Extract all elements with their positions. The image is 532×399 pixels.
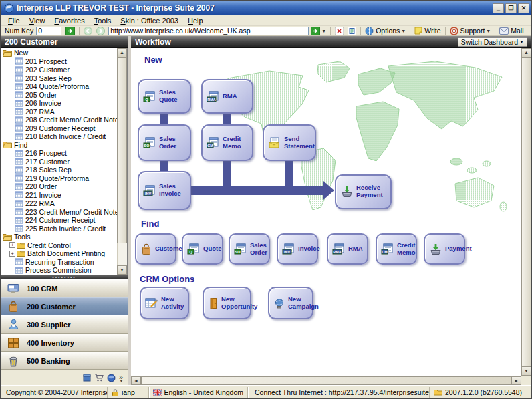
workflow-box-find-quote[interactable]: Q Quote <box>182 233 223 265</box>
tree-item-find[interactable]: Find <box>3 141 116 150</box>
send-statement-icon <box>268 137 281 148</box>
folder-open-icon <box>3 141 12 148</box>
support-button[interactable]: Support ▼ <box>448 27 493 35</box>
tree-item-label: 210 Batch Invoice / Credit <box>25 132 106 140</box>
expand-plus-icon[interactable]: + <box>9 242 15 248</box>
menu-item-help[interactable]: Help <box>183 16 208 25</box>
workflow-box-find-sales-order[interactable]: SO Sales Order <box>229 233 270 265</box>
menu-item-view[interactable]: View <box>25 16 50 25</box>
sidebar-splitter[interactable]: •••••••• <box>1 275 128 279</box>
workflow-box-find-invoice[interactable]: INV Invoice <box>277 233 318 265</box>
tree-item-202-customer[interactable]: 202 Customer <box>3 65 116 74</box>
tree-item-tools[interactable]: Tools <box>3 233 116 241</box>
tree-scrollbar[interactable]: ▲ ▼ <box>117 48 127 275</box>
workflow-box-rma[interactable]: RMA RMA <box>201 79 253 114</box>
tree-item-batch-document-printing[interactable]: + Batch Document Printing <box>3 249 116 258</box>
tree-item-222-rma[interactable]: 222 RMA <box>3 199 116 208</box>
tree-item-225-batch-invoice-credit[interactable]: 225 Batch Invoice / Credit <box>3 225 116 233</box>
tree-item-209-customer-receipt[interactable]: 209 Customer Receipt <box>3 124 116 133</box>
cart-icon[interactable] <box>94 374 104 382</box>
vscroll-down-icon[interactable]: ▼ <box>521 366 531 376</box>
url-go-button[interactable]: ▼ <box>309 27 328 35</box>
tree-item-207-rma[interactable]: 207 RMA <box>3 108 116 116</box>
sidebar-nav-banking[interactable]: 500 Banking <box>1 352 128 370</box>
tree-item-216-prospect[interactable]: 216 Prospect <box>3 149 116 158</box>
sidebar-nav-supplier[interactable]: 300 Supplier <box>1 315 128 334</box>
tree-item-217-customer[interactable]: 217 Customer <box>3 158 116 166</box>
workflow-box-find-rma[interactable]: RMA RMA <box>327 233 368 265</box>
workflow-box-find-customer[interactable]: Customer <box>135 233 176 265</box>
hscroll-thumb[interactable] <box>141 376 511 385</box>
tree-scroll-thumb[interactable] <box>117 57 127 243</box>
menu-item-favorites[interactable]: Favorites <box>49 16 89 25</box>
num-key-input[interactable] <box>36 27 61 35</box>
hscroll-left-icon[interactable]: ◄ <box>131 376 141 385</box>
tree-item-208-credit-memo-credit-note[interactable]: 208 Credit Memo/ Credit Note <box>3 116 116 124</box>
tree-item-204-quote-proforma[interactable]: 204 Quote/Proforma <box>3 82 116 91</box>
tree-item-221-invoice[interactable]: 221 Invoice <box>3 191 116 200</box>
tree-item-210-batch-invoice-credit[interactable]: 210 Batch Invoice / Credit <box>3 132 116 141</box>
menu-item-tools[interactable]: Tools <box>90 16 116 25</box>
menu-item-skin-office-2003[interactable]: Skin : Office 2003 <box>116 16 183 25</box>
tree-item-224-customer-receipt[interactable]: 224 Customer Receipt <box>3 216 116 225</box>
write-button[interactable]: Write <box>412 27 442 35</box>
mail-button[interactable]: Mail <box>497 27 525 35</box>
workflow-box-receive-payment[interactable]: Receive Payment <box>335 174 392 209</box>
workflow-box-send-statement[interactable]: Send Statement <box>263 124 316 161</box>
tree-scroll-down-icon[interactable]: ▼ <box>117 265 127 275</box>
tree-item-203-sales-rep[interactable]: 203 Sales Rep <box>3 74 116 83</box>
package-icon[interactable] <box>83 374 91 382</box>
tree-item-206-invoice[interactable]: 206 Invoice <box>3 99 116 108</box>
workflow-box-new-campaign[interactable]: New Campaign <box>268 287 313 319</box>
strip-overflow-chevron-icon[interactable]: »▼ <box>119 374 124 382</box>
tree-item-219-quote-proforma[interactable]: 219 Quote/Proforma <box>3 174 116 183</box>
tree-item-process-commission[interactable]: Process Commission <box>3 266 116 275</box>
back-button[interactable] <box>82 27 94 35</box>
workflow-box-credit-memo[interactable]: CM Credit Memo <box>201 124 253 161</box>
vscroll-thumb[interactable] <box>521 57 531 366</box>
customer-tree: New 201 Prospect 202 Customer 203 Sales … <box>1 48 128 275</box>
url-input[interactable] <box>108 27 309 35</box>
tree-item-220-order[interactable]: 220 Order <box>3 182 116 191</box>
tree-item-201-prospect[interactable]: 201 Prospect <box>3 57 116 66</box>
tree-item-recurring-transaction[interactable]: Recurring Transaction <box>3 258 116 267</box>
workflow-box-find-payment[interactable]: Payment <box>424 233 465 265</box>
num-key-go-button[interactable] <box>63 27 77 35</box>
switch-dashboard-button[interactable]: Switch Dashboard ▼ <box>458 37 527 47</box>
hscroll-right-icon[interactable]: ► <box>511 376 521 385</box>
tree-item-credit-control[interactable]: + Credit Control <box>3 241 116 250</box>
forward-button[interactable] <box>94 27 107 35</box>
expand-plus-icon[interactable]: + <box>9 251 15 257</box>
version-panel: 2007.1.2.0 (b2760.5548) <box>430 387 530 398</box>
sidebar-nav-crm[interactable]: 100 CRM <box>1 279 128 297</box>
menu-item-file[interactable]: File <box>3 16 25 25</box>
vscroll-up-icon[interactable]: ▲ <box>521 48 531 57</box>
sidebar-nav-customer[interactable]: 200 Customer <box>1 297 128 315</box>
workflow-vertical-scrollbar[interactable]: ▲ ▼ <box>521 48 531 376</box>
language-panel[interactable]: English - United Kingdom <box>149 387 248 398</box>
workflow-box-new-opportunity[interactable]: New Opportunity <box>203 287 251 319</box>
close-button[interactable]: ✕ <box>518 3 529 13</box>
tree-item-218-sales-rep[interactable]: 218 Sales Rep <box>3 166 116 174</box>
minimize-button[interactable]: _ <box>493 3 504 13</box>
stop-button[interactable] <box>333 27 346 35</box>
workflow-box-sales-invoice[interactable]: INV Sales Invoice <box>138 171 191 210</box>
restore-button[interactable]: ❐ <box>505 3 517 13</box>
tree-scroll-up-icon[interactable]: ▲ <box>117 48 127 57</box>
options-button[interactable]: Options ▼ <box>363 27 408 35</box>
language-text: English - United Kingdom <box>164 388 243 396</box>
tree-item-223-credit-memo-credit-note[interactable]: 223 Credit Memo/ Credit Note <box>3 208 116 217</box>
workflow-box-sales-quote[interactable]: Q Sales Quote <box>138 79 191 114</box>
workflow-box-new-activity[interactable]: New Activity <box>140 287 189 319</box>
tree-item-new[interactable]: New <box>3 49 116 57</box>
crm-icon <box>6 283 21 294</box>
refresh-button[interactable] <box>346 27 358 35</box>
workflow-box-find-credit-memo[interactable]: CM Credit Memo <box>376 233 417 265</box>
document-icon <box>15 208 23 215</box>
workflow-box-sales-order[interactable]: SO Sales Order <box>138 124 191 161</box>
workflow-horizontal-scrollbar[interactable]: ◄ ► <box>131 376 531 385</box>
svg-text:CM: CM <box>207 144 213 148</box>
globe-sphere-icon[interactable] <box>107 374 116 382</box>
tree-item-205-order[interactable]: 205 Order <box>3 91 116 100</box>
sidebar-nav-inventory[interactable]: 400 Inventory <box>1 334 128 352</box>
